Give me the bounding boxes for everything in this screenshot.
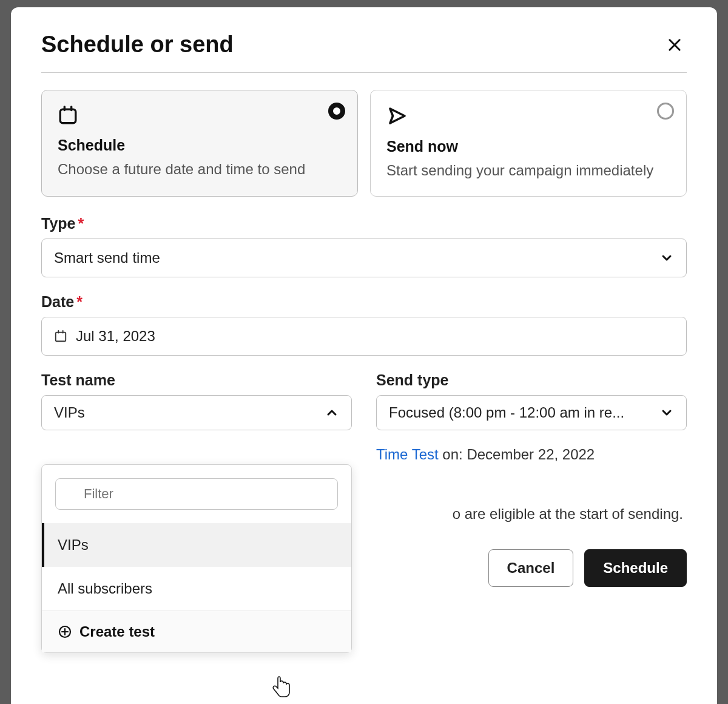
dropdown-option-vips[interactable]: VIPs [42, 523, 351, 567]
test-name-col: Test name VIPs VIPs All subscribers [41, 371, 352, 463]
testname-select[interactable]: VIPs [41, 395, 352, 430]
chevron-down-icon [659, 251, 674, 265]
schedule-desc: Choose a future date and time to send [58, 159, 342, 180]
sendtype-label: Send type [376, 371, 687, 389]
option-card-sendnow[interactable]: Send now Start sending your campaign imm… [370, 90, 687, 197]
radio-unselected-icon [657, 103, 674, 120]
schedule-send-modal: Schedule or send Schedule Choose a futur… [11, 7, 717, 704]
date-label: Date* [41, 293, 687, 311]
schedule-title: Schedule [58, 137, 342, 154]
create-test-label: Create test [79, 623, 155, 640]
svg-rect-5 [56, 332, 66, 341]
chevron-up-icon [325, 405, 339, 420]
sendtype-value: Focused (8:00 pm - 12:00 am in re... [389, 404, 659, 421]
date-field: Date* Jul 31, 2023 [41, 293, 687, 356]
required-mark: * [78, 215, 84, 232]
close-button[interactable] [662, 33, 687, 57]
time-test-link[interactable]: Time Test [376, 446, 439, 462]
type-field: Type* Smart send time [41, 215, 687, 277]
date-value: Jul 31, 2023 [76, 328, 155, 345]
time-test-info: Time Test on: December 22, 2022 [376, 446, 687, 463]
modal-title: Schedule or send [41, 32, 234, 58]
send-type-col: Send type Focused (8:00 pm - 12:00 am in… [376, 371, 687, 463]
modal-header: Schedule or send [41, 32, 687, 73]
type-select[interactable]: Smart send time [41, 239, 687, 277]
send-icon [386, 105, 670, 129]
sendnow-desc: Start sending your campaign immediately [386, 160, 670, 181]
calendar-icon [58, 105, 342, 128]
testname-label: Test name [41, 371, 352, 389]
svg-rect-2 [60, 109, 76, 123]
create-test-button[interactable]: Create test [42, 611, 351, 652]
option-card-schedule[interactable]: Schedule Choose a future date and time t… [41, 90, 358, 197]
test-send-row: Test name VIPs VIPs All subscribers [41, 371, 687, 463]
dropdown-search [42, 465, 351, 523]
testname-value: VIPs [54, 404, 85, 421]
dropdown-option-all-subscribers[interactable]: All subscribers [42, 567, 351, 611]
type-label: Type* [41, 215, 687, 232]
date-input[interactable]: Jul 31, 2023 [41, 317, 687, 356]
sendnow-title: Send now [386, 138, 670, 155]
cancel-button[interactable]: Cancel [488, 549, 574, 587]
calendar-icon [54, 330, 67, 343]
chevron-down-icon [659, 405, 674, 420]
plus-circle-icon [58, 624, 72, 639]
testname-dropdown: VIPs All subscribers Create test [41, 464, 352, 653]
sendtype-select[interactable]: Focused (8:00 pm - 12:00 am in re... [376, 395, 687, 430]
close-icon [666, 36, 683, 53]
filter-input[interactable] [55, 478, 338, 510]
send-options: Schedule Choose a future date and time t… [41, 90, 687, 197]
required-mark: * [76, 293, 83, 310]
radio-selected-icon [328, 103, 345, 120]
time-test-date: on: December 22, 2022 [439, 446, 595, 462]
schedule-button[interactable]: Schedule [584, 549, 687, 587]
type-value: Smart send time [54, 249, 659, 266]
